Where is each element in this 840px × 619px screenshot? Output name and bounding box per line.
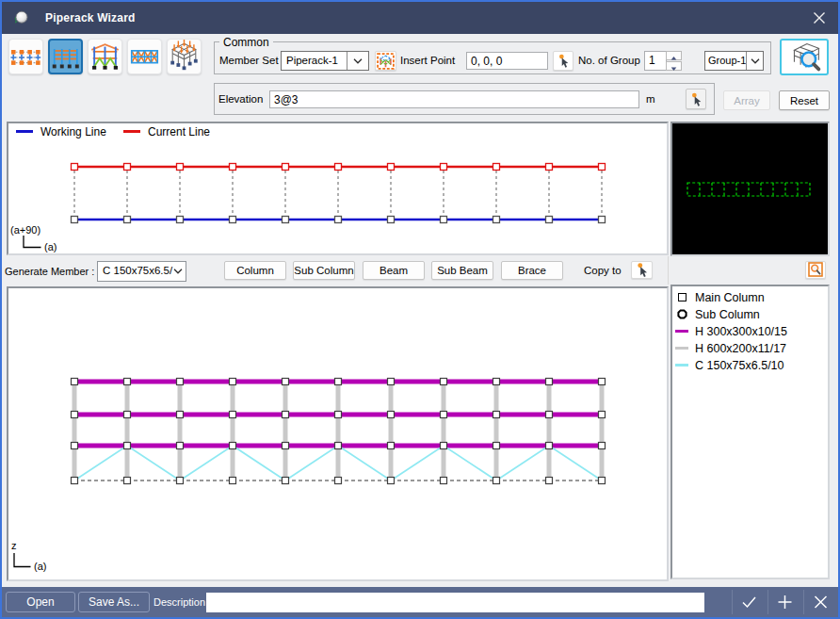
svg-text:Working Line: Working Line bbox=[40, 125, 106, 138]
svg-text:(a): (a) bbox=[34, 561, 46, 572]
svg-text:z: z bbox=[11, 540, 17, 551]
svg-text:(a+90): (a+90) bbox=[10, 224, 40, 236]
svg-text:(a): (a) bbox=[44, 241, 57, 252]
svg-text:Current Line: Current Line bbox=[148, 125, 210, 138]
